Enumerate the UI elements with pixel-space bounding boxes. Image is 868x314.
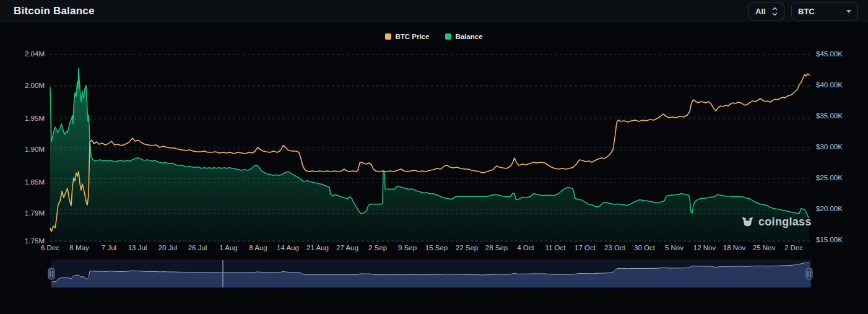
navigator-right-handle[interactable] [806,268,812,279]
y-axis-right-label: $40.00K [816,81,843,89]
y-axis-left-label: 1.85M [0,178,45,186]
y-axis-right-label: $20.00K [816,205,843,212]
x-axis-label: 27 Aug [330,244,365,251]
chart-header: Bitcoin Balance All BTC [0,0,868,22]
legend-label-btc-price: BTC Price [395,33,429,40]
page-title: Bitcoin Balance [14,5,95,17]
coinglass-bull-icon [741,216,754,229]
x-axis-label: 2 Dec [776,244,811,251]
select-updown-icon [772,7,778,16]
y-axis-right-label: $30.00K [816,143,843,150]
legend-item-btc-price[interactable]: BTC Price [385,33,429,40]
balance-swatch [445,33,451,40]
legend-label-balance: Balance [455,33,482,40]
bitcoin-balance-chart-canvas[interactable] [0,0,868,314]
y-axis-left-label: 2.00M [0,82,45,89]
y-axis-left-label: 1.79M [0,209,45,217]
time-range-value: All [755,7,766,16]
coinglass-watermark-text: coinglass [758,216,812,229]
navigator-left-handle[interactable] [48,268,54,279]
legend-item-balance[interactable]: Balance [445,33,482,40]
btc-price-swatch [385,33,391,40]
time-range-select[interactable]: All [749,2,784,20]
header-controls: All BTC [749,2,858,20]
x-axis-label: 5 Nov [657,244,692,251]
y-axis-right-label: $15.00K [816,236,843,243]
coinglass-watermark: coinglass [741,216,812,229]
x-axis-label: 15 Sep [419,244,454,251]
balance-area [50,68,809,242]
y-axis-right-label: $35.00K [816,112,843,120]
y-axis-right-label: $25.00K [816,174,843,181]
x-axis-label: 13 Jul [120,244,155,251]
y-axis-left-label: 1.90M [0,146,45,153]
y-axis-right-label: $45.00K [816,50,843,58]
coin-select-value: BTC [798,7,815,16]
chevron-down-icon [846,10,851,13]
y-axis-left-label: 1.95M [0,115,45,122]
y-axis-left-label: 2.04M [0,50,45,58]
x-axis-label: 26 Jul [180,244,215,251]
coin-select[interactable]: BTC [791,2,858,20]
chart-legend: BTC Price Balance [0,33,868,40]
bitcoin-balance-page: Bitcoin Balance All BTC BTC Price Balanc… [0,0,868,314]
